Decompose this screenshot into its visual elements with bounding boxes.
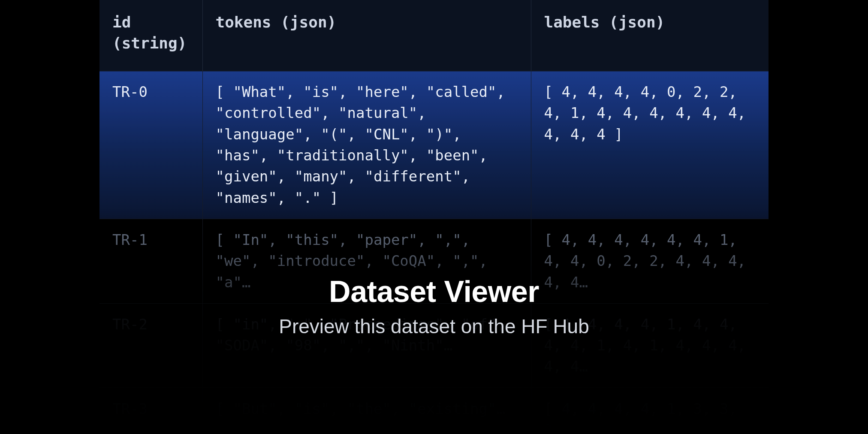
column-type: (string) — [112, 34, 187, 52]
column-name: labels — [544, 13, 600, 31]
column-name: id — [112, 13, 131, 31]
column-header-tokens[interactable]: tokens (json) — [202, 0, 531, 71]
column-type: (json) — [609, 13, 665, 31]
overlay-title: Dataset Viewer — [99, 274, 769, 309]
column-type: (json) — [280, 13, 336, 31]
cell-tokens: [ "What", "is", "here", "called", "contr… — [202, 71, 531, 219]
promo-overlay: Dataset Viewer Preview this dataset on t… — [99, 274, 769, 338]
cell-tokens: [ "But", "is", "the", "existing"… — [202, 388, 531, 434]
table-row[interactable]: TR-0 [ "What", "is", "here", "called", "… — [99, 71, 769, 219]
overlay-subtitle: Preview this dataset on the HF Hub — [99, 315, 769, 338]
cell-id: TR-0 — [99, 71, 202, 219]
cell-labels: [ 4, 4, 4, 4, 1, 3, 3, 3… — [531, 388, 769, 434]
column-name: tokens — [216, 13, 271, 31]
cell-id: TR-3 — [99, 388, 202, 434]
table-row[interactable]: TR-3 [ "But", "is", "the", "existing"… [… — [99, 388, 769, 434]
dataset-table: id (string) tokens (json) labels (json) … — [99, 0, 769, 434]
cell-labels: [ 4, 4, 4, 4, 0, 2, 2, 4, 1, 4, 4, 4, 4,… — [531, 71, 769, 219]
column-header-id[interactable]: id (string) — [99, 0, 202, 71]
column-header-labels[interactable]: labels (json) — [531, 0, 769, 71]
table-header-row: id (string) tokens (json) labels (json) — [99, 0, 769, 71]
dataset-viewer-card: id (string) tokens (json) labels (json) … — [99, 0, 769, 434]
